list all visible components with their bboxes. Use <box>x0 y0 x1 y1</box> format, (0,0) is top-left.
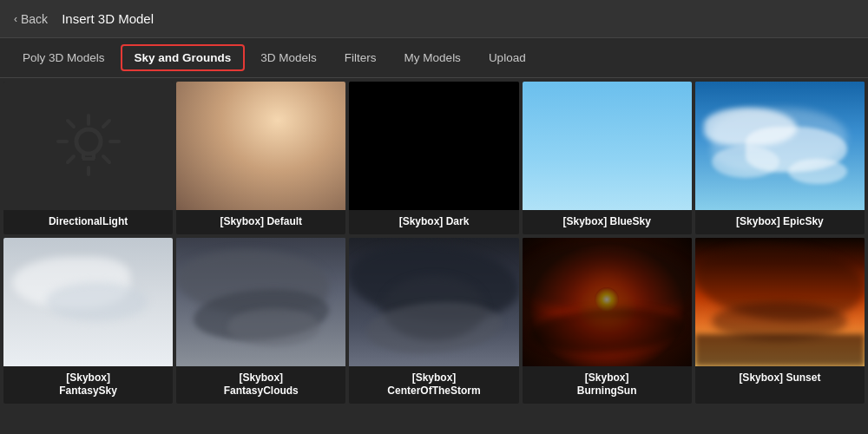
storm-inner <box>349 238 518 366</box>
label-skybox-dark: [Skybox] Dark <box>349 210 518 234</box>
grid-item-skybox-burningsun[interactable]: [Skybox] BurningSun <box>523 238 692 404</box>
tab-upload[interactable]: Upload <box>477 46 538 69</box>
header: ‹ Back Insert 3D Model <box>0 0 868 38</box>
label-skybox-bluesky: [Skybox] BlueSky <box>523 210 692 234</box>
thumbnail-skybox-dark <box>349 82 518 210</box>
thumbnail-skybox-sunset <box>695 238 865 366</box>
label-skybox-default: [Skybox] Default <box>176 210 345 234</box>
chevron-left-icon: ‹ <box>14 13 17 25</box>
directional-light-icon <box>49 107 128 185</box>
tab-filters[interactable]: Filters <box>332 46 389 69</box>
svg-line-11 <box>103 156 109 162</box>
tab-3d-models[interactable]: 3D Models <box>248 46 329 69</box>
svg-line-10 <box>68 156 74 162</box>
label-skybox-sunset: [Skybox] Sunset <box>695 366 865 391</box>
fantasyclouds-inner <box>176 238 345 366</box>
grid-item-skybox-centerofthestorm[interactable]: [Skybox] CenterOfTheStorm <box>349 238 518 404</box>
label-skybox-centerofthestorm: [Skybox] CenterOfTheStorm <box>349 366 518 404</box>
thumbnail-skybox-bluesky <box>523 82 692 210</box>
thumbnail-skybox-epicsky <box>695 82 865 210</box>
thumbnail-skybox-burningsun <box>523 238 692 366</box>
svg-line-8 <box>68 121 74 127</box>
svg-point-0 <box>76 129 101 154</box>
svg-line-9 <box>103 121 109 127</box>
grid-item-skybox-fantasysky[interactable]: [Skybox] FantasySky <box>3 238 173 404</box>
grid-item-skybox-bluesky[interactable]: [Skybox] BlueSky <box>523 82 692 234</box>
grid-item-skybox-fantasyclouds[interactable]: [Skybox] FantasyClouds <box>176 238 345 404</box>
model-grid: DirectionalLight [Skybox] Default [Skybo… <box>0 78 868 407</box>
label-skybox-fantasysky: [Skybox] FantasySky <box>3 366 173 404</box>
thumbnail-directional-light <box>3 82 173 210</box>
grid-item-skybox-default[interactable]: [Skybox] Default <box>176 82 345 234</box>
grid-item-skybox-dark[interactable]: [Skybox] Dark <box>349 82 518 234</box>
label-skybox-fantasyclouds: [Skybox] FantasyClouds <box>176 366 345 404</box>
thumbnail-skybox-default <box>176 82 345 210</box>
burningsun-inner <box>523 238 692 366</box>
page-title: Insert 3D Model <box>62 11 154 26</box>
tab-poly3d[interactable]: Poly 3D Models <box>10 46 117 69</box>
tab-my-models[interactable]: My Models <box>392 46 473 69</box>
label-directional-light: DirectionalLight <box>3 210 173 234</box>
epicsky-inner <box>695 82 865 210</box>
fantasysky-inner <box>3 238 173 366</box>
thumbnail-skybox-centerofthestorm <box>349 238 518 366</box>
tab-sky-and-grounds[interactable]: Sky and Grounds <box>121 44 246 71</box>
back-button[interactable]: ‹ Back <box>14 12 48 26</box>
label-skybox-epicsky: [Skybox] EpicSky <box>695 210 865 234</box>
thumbnail-skybox-fantasysky <box>3 238 173 366</box>
label-skybox-burningsun: [Skybox] BurningSun <box>523 366 692 404</box>
grid-item-skybox-sunset[interactable]: [Skybox] Sunset <box>695 238 865 404</box>
grid-item-skybox-epicsky[interactable]: [Skybox] EpicSky <box>695 82 865 234</box>
sunset-inner <box>695 238 865 366</box>
thumbnail-skybox-fantasyclouds <box>176 238 345 366</box>
grid-item-directional-light[interactable]: DirectionalLight <box>3 82 173 234</box>
back-label: Back <box>21 12 48 26</box>
tabs-bar: Poly 3D Models Sky and Grounds 3D Models… <box>0 38 868 78</box>
